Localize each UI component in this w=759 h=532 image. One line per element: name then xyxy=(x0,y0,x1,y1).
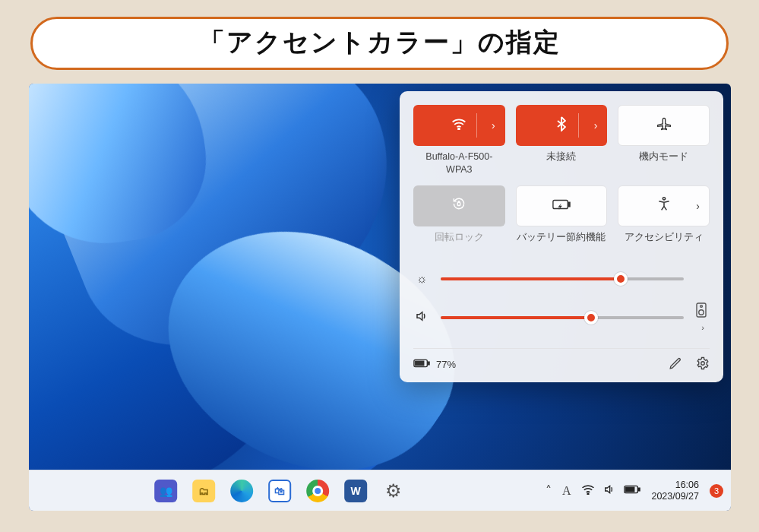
store-icon: 🛍 xyxy=(268,480,291,502)
start-icon xyxy=(117,480,138,502)
rotation-lock-icon xyxy=(451,196,466,215)
wifi-icon xyxy=(451,118,466,134)
battery-saver-icon xyxy=(552,198,571,214)
qs-tile-accessibility: ›アクセシビリティ xyxy=(618,185,710,255)
settings-button[interactable] xyxy=(696,356,710,373)
teams-icon: 👥 xyxy=(154,480,177,502)
quick-settings-panel: ›Buffalo-A-F500-WPA3›未接続機内モード回転ロックバッテリー節… xyxy=(400,91,723,382)
taskbar-edge-button[interactable] xyxy=(226,475,258,507)
airplane-icon xyxy=(656,116,672,135)
svg-point-4 xyxy=(663,198,665,200)
taskbar-start-button[interactable] xyxy=(112,475,144,507)
qs-tile-bluetooth: ›未接続 xyxy=(516,105,608,176)
brightness-slider[interactable] xyxy=(441,277,684,280)
taskbar-explorer-button[interactable]: 🗂 xyxy=(188,475,220,507)
ime-indicator[interactable]: A xyxy=(562,484,571,498)
brightness-icon: ☼ xyxy=(413,272,430,286)
edge-icon xyxy=(230,480,253,502)
taskbar-word-button[interactable]: W xyxy=(340,475,372,507)
accessibility-icon xyxy=(656,196,672,215)
svg-point-12 xyxy=(588,493,590,495)
qs-tile-rotation: 回転ロック xyxy=(413,185,505,255)
qs-label-wifi: Buffalo-A-F500-WPA3 xyxy=(413,150,505,176)
chevron-right-icon: › xyxy=(696,200,700,212)
chevron-right-icon: › xyxy=(594,119,598,131)
tray-overflow-button[interactable]: ˄ xyxy=(546,483,552,498)
taskbar: 👥🗂🛍W⚙ ˄ A 16:06 2023/09/27 3 xyxy=(29,470,731,511)
volume-thumb[interactable] xyxy=(584,311,598,325)
svg-rect-3 xyxy=(568,202,570,207)
svg-rect-1 xyxy=(458,203,460,206)
desktop-screenshot: ›Buffalo-A-F500-WPA3›未接続機内モード回転ロックバッテリー節… xyxy=(29,84,731,511)
bluetooth-icon xyxy=(557,116,566,135)
chevron-right-icon: › xyxy=(492,119,495,131)
notification-badge[interactable]: 3 xyxy=(710,484,723,498)
system-tray[interactable] xyxy=(581,483,640,498)
battery-tray-icon[interactable] xyxy=(624,485,640,496)
word-icon: W xyxy=(344,480,367,502)
battery-icon xyxy=(413,359,430,370)
edit-quick-settings-button[interactable] xyxy=(669,356,682,373)
taskbar-settings-button[interactable]: ⚙ xyxy=(378,475,410,507)
qs-label-battery-saver: バッテリー節約機能 xyxy=(517,231,606,255)
qs-label-rotation: 回転ロック xyxy=(435,231,484,255)
page-title: 「アクセントカラー」の指定 xyxy=(30,17,729,70)
svg-point-6 xyxy=(699,310,704,315)
brightness-thumb[interactable] xyxy=(614,272,628,286)
svg-point-11 xyxy=(701,362,705,366)
quick-settings-footer: 77% xyxy=(413,348,710,373)
svg-rect-9 xyxy=(428,362,429,365)
qs-label-airplane: 機内モード xyxy=(639,150,688,175)
volume-tray-icon[interactable] xyxy=(602,483,616,498)
svg-rect-14 xyxy=(639,488,640,491)
qs-button-wifi[interactable]: › xyxy=(413,105,505,146)
qs-button-battery-saver[interactable] xyxy=(516,185,608,226)
qs-tile-airplane: 機内モード xyxy=(618,105,710,176)
qs-button-rotation xyxy=(413,185,505,226)
qs-button-accessibility[interactable]: › xyxy=(618,185,710,226)
volume-slider-row: › xyxy=(413,302,710,333)
svg-rect-15 xyxy=(626,487,634,492)
chrome-icon xyxy=(306,480,329,502)
svg-point-0 xyxy=(458,128,460,129)
qs-label-bluetooth: 未接続 xyxy=(546,150,576,175)
explorer-icon: 🗂 xyxy=(192,480,215,502)
audio-output-button[interactable]: › xyxy=(694,302,710,333)
qs-tile-wifi: ›Buffalo-A-F500-WPA3 xyxy=(413,105,505,176)
taskbar-store-button[interactable]: 🛍 xyxy=(264,475,296,507)
qs-button-airplane[interactable] xyxy=(618,105,710,146)
brightness-slider-row: ☼ xyxy=(413,272,710,286)
taskbar-chrome-button[interactable] xyxy=(302,475,334,507)
taskbar-clock[interactable]: 16:06 2023/09/27 xyxy=(651,480,699,502)
volume-slider[interactable] xyxy=(441,316,684,319)
taskbar-teams-button[interactable]: 👥 xyxy=(150,475,182,507)
battery-text: 77% xyxy=(436,359,456,370)
svg-point-7 xyxy=(700,305,703,307)
qs-button-bluetooth[interactable]: › xyxy=(516,105,608,146)
wifi-tray-icon[interactable] xyxy=(581,484,595,497)
settings-icon: ⚙ xyxy=(382,480,405,502)
volume-icon xyxy=(413,309,430,326)
svg-rect-10 xyxy=(416,362,424,366)
qs-label-accessibility: アクセシビリティ xyxy=(625,231,704,255)
qs-tile-battery-saver: バッテリー節約機能 xyxy=(516,185,608,255)
